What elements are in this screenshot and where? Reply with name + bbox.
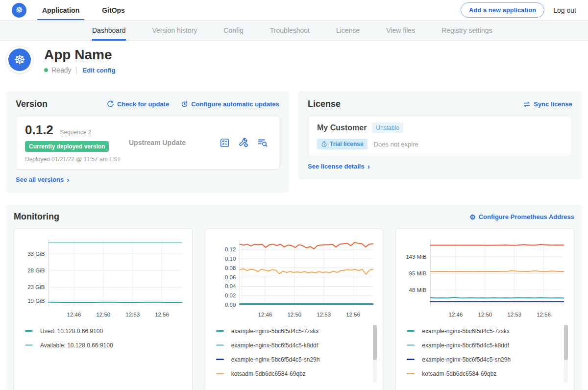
see-all-versions-link[interactable]: See all versions ›	[16, 176, 69, 183]
configure-prometheus-link[interactable]: ⚙ Configure Prometheus Address	[469, 213, 574, 220]
sync-license-link[interactable]: Sync license	[523, 100, 572, 108]
svg-text:0.10: 0.10	[225, 256, 236, 262]
cpu-usage-chart-card: 12:4612:5012:5312:560.000.020.040.060.08…	[205, 228, 384, 390]
topnav-tab-application[interactable]: Application	[39, 0, 82, 20]
legend-label: example-nginx-5bc6f5d4c5-k8ddf	[422, 342, 509, 349]
legend-label: Available: 10.128.0.66:9100	[40, 342, 113, 349]
svg-text:0.02: 0.02	[225, 292, 236, 298]
preflight-checks-icon[interactable]	[220, 138, 230, 148]
svg-text:12:56: 12:56	[155, 312, 169, 317]
version-card: Version Check for update Configure autom…	[6, 91, 289, 193]
view-diff-icon[interactable]	[257, 137, 268, 148]
chart-legend[interactable]: example-nginx-5bc6f5d4c5-7zskxexample-ng…	[211, 324, 377, 387]
svg-text:23 GiB: 23 GiB	[27, 284, 45, 290]
divider	[76, 67, 77, 74]
legend-scrollbar-thumb[interactable]	[373, 325, 377, 360]
deployed-timestamp: Deployed 01/21/22 @ 11:57 am EST	[25, 156, 129, 163]
edit-config-link[interactable]: Edit config	[82, 67, 115, 74]
legend-item: example-nginx-5bc6f5d4c5-7zskx	[407, 324, 568, 338]
legend-item: example-nginx-5bc6f5d4c5-k8ddf	[216, 338, 377, 352]
version-number: 0.1.2	[25, 122, 53, 137]
see-license-details-link[interactable]: See license details ›	[308, 163, 370, 170]
customer-name: My Customer	[317, 123, 367, 132]
svg-text:0.06: 0.06	[225, 274, 236, 280]
svg-text:19 GiB: 19 GiB	[27, 298, 45, 304]
disk-usage-chart-card: 12:4612:5012:5312:5619 GiB23 GiB28 GiB33…	[14, 228, 193, 390]
svg-text:12:46: 12:46	[67, 312, 81, 317]
app-header: ☸ App Name Ready Edit config	[0, 41, 588, 87]
stopwatch-icon	[321, 141, 327, 147]
status-text: Ready	[51, 66, 71, 74]
legend-label: kotsadm-5db6dc6584-69qbz	[422, 370, 496, 377]
svg-text:95 MiB: 95 MiB	[409, 270, 427, 276]
disk-usage-chart: 12:4612:5012:5312:5619 GiB23 GiB28 GiB33…	[20, 235, 186, 320]
tab-dashboard[interactable]: Dashboard	[92, 21, 126, 40]
license-summary-row: My Customer Unstable Trial license Does …	[308, 116, 572, 156]
svg-text:12:46: 12:46	[258, 312, 272, 317]
sync-icon	[523, 101, 531, 108]
legend-color-dash	[216, 330, 224, 332]
legend-color-dash	[407, 344, 415, 346]
svg-text:12:56: 12:56	[537, 312, 551, 317]
logout-link[interactable]: Log out	[553, 6, 576, 14]
edit-config-icon[interactable]	[238, 137, 249, 148]
license-expiry-text: Does not expire	[374, 141, 418, 148]
chart-legend: Used: 10.128.0.66:9100Available: 10.128.…	[20, 324, 186, 387]
legend-label: example-nginx-5bc6f5d4c5-sn29h	[422, 356, 511, 363]
kubernetes-app-icon: ☸	[8, 49, 31, 71]
memory-usage-chart: 12:4612:5012:5312:5648 MiB95 MiB143 MiB	[402, 235, 568, 320]
legend-label: example-nginx-5bc6f5d4c5-k8ddf	[231, 342, 318, 349]
license-type-badge: Trial license	[317, 139, 368, 149]
legend-scrollbar-thumb[interactable]	[564, 325, 568, 360]
monitoring-title: Monitoring	[14, 212, 59, 222]
legend-color-dash	[216, 373, 224, 374]
current-version-row: 0.1.2 Sequence 2 Currently deployed vers…	[16, 116, 279, 170]
legend-item: example-nginx-5bc6f5d4c5-7zskx	[216, 324, 377, 338]
clock-refresh-icon	[181, 100, 188, 108]
version-card-title: Version	[16, 99, 48, 109]
svg-text:12:50: 12:50	[478, 312, 492, 317]
legend-color-dash	[25, 330, 33, 332]
legend-color-dash	[407, 373, 415, 374]
check-for-update-link[interactable]: Check for update	[107, 100, 169, 108]
legend-color-dash	[25, 344, 33, 346]
add-new-application-button[interactable]: Add a new application	[461, 2, 544, 18]
brand-logo[interactable]: ☸	[12, 0, 26, 20]
currently-deployed-badge: Currently deployed version	[25, 141, 109, 152]
svg-text:0.00: 0.00	[225, 302, 236, 308]
license-card-title: License	[308, 99, 341, 109]
svg-text:0.12: 0.12	[225, 246, 236, 252]
svg-text:12:53: 12:53	[508, 312, 522, 317]
version-sequence: Sequence 2	[60, 129, 91, 136]
svg-text:12:56: 12:56	[346, 312, 360, 317]
tab-view-files[interactable]: View files	[386, 21, 415, 40]
app-tabbar: Dashboard Version history Config Trouble…	[0, 20, 588, 41]
tab-config[interactable]: Config	[223, 21, 243, 40]
legend-item: example-nginx-5bc6f5d4c5-sn29h	[216, 352, 377, 366]
gear-icon: ⚙	[469, 214, 476, 220]
legend-item: example-nginx-5bc6f5d4c5-k8ddf	[407, 338, 568, 352]
chart-legend[interactable]: example-nginx-5bc6f5d4c5-7zskxexample-ng…	[402, 324, 568, 387]
version-source-label: Upstream Update	[129, 139, 220, 146]
app-avatar: ☸	[6, 46, 33, 73]
legend-label: Used: 10.128.0.66:9100	[40, 328, 103, 335]
configure-automatic-updates-link[interactable]: Configure automatic updates	[181, 100, 279, 108]
legend-item: kotsadm-5db6dc6584-69qbz	[407, 366, 568, 381]
tab-troubleshoot[interactable]: Troubleshoot	[270, 21, 310, 40]
svg-text:0.08: 0.08	[225, 265, 236, 271]
status-dot-icon	[44, 68, 48, 72]
svg-text:12:50: 12:50	[96, 312, 110, 317]
legend-label: example-nginx-5bc6f5d4c5-7zskx	[231, 328, 319, 335]
tab-license[interactable]: License	[336, 21, 360, 40]
kubernetes-logo-icon: ☸	[12, 3, 26, 18]
legend-label: example-nginx-5bc6f5d4c5-sn29h	[231, 356, 320, 363]
topnav-tab-gitops[interactable]: GitOps	[99, 0, 128, 20]
legend-item: Used: 10.128.0.66:9100	[25, 324, 186, 338]
svg-text:12:53: 12:53	[125, 312, 140, 317]
tab-version-history[interactable]: Version history	[152, 21, 197, 40]
channel-badge: Unstable	[372, 122, 403, 133]
top-navbar: ☸ Application GitOps Add a new applicati…	[0, 0, 588, 20]
tab-registry-settings[interactable]: Registry settings	[441, 21, 492, 40]
chevron-right-icon: ›	[67, 176, 69, 183]
svg-text:48 MiB: 48 MiB	[409, 287, 427, 293]
